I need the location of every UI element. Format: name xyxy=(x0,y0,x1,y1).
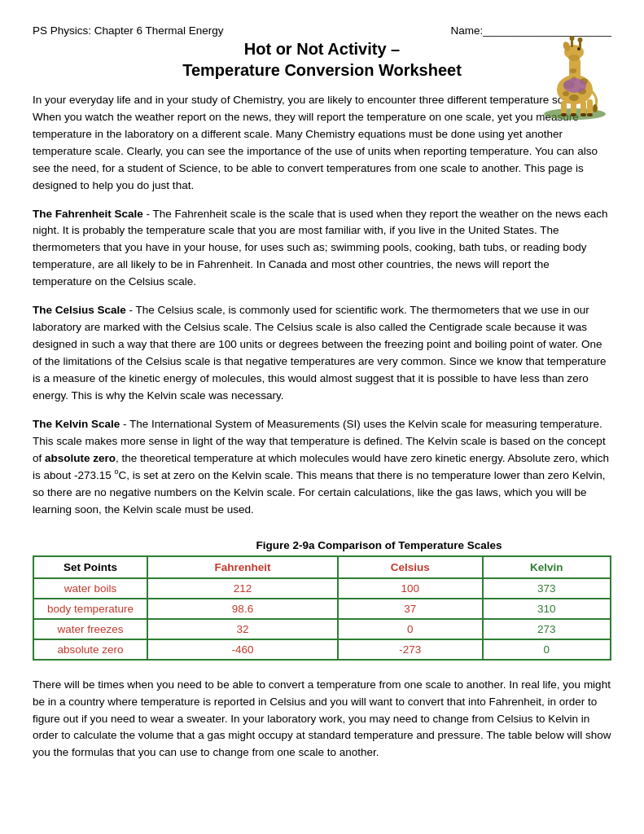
setpoint-label: water boils xyxy=(33,578,147,599)
title-block: Hot or Not Activity – Temperature Conver… xyxy=(33,38,611,81)
kelvin-value: 373 xyxy=(483,578,611,599)
celsius-section: The Celsius Scale - The Celsius scale, i… xyxy=(33,302,611,405)
temperature-comparison-table: Figure 2-9a Comparison of Temperature Sc… xyxy=(33,535,611,661)
table-title-cell: Figure 2-9a Comparison of Temperature Sc… xyxy=(147,535,611,556)
header-left: PS Physics: Chapter 6 Thermal Energy xyxy=(33,24,224,37)
col-header-celsius: Celsius xyxy=(338,556,483,578)
kelvin-value: 310 xyxy=(483,599,611,619)
svg-rect-23 xyxy=(571,113,576,116)
svg-point-14 xyxy=(563,91,569,96)
col-header-fahrenheit: Fahrenheit xyxy=(147,556,338,578)
svg-point-8 xyxy=(570,36,575,41)
svg-point-4 xyxy=(568,55,580,61)
svg-rect-25 xyxy=(587,113,593,116)
kelvin-bold-word: absolute zero xyxy=(45,452,116,464)
table-row: water boils212100373 xyxy=(33,578,611,599)
kelvin-section: The Kelvin Scale - The International Sys… xyxy=(33,416,611,519)
celsius-value: 0 xyxy=(338,619,483,639)
bottom-paragraph: There will be times when you need to be … xyxy=(33,677,611,762)
table-body: water boils212100373body temperature98.6… xyxy=(33,578,611,660)
fahrenheit-section: The Fahrenheit Scale - The Fahrenheit sc… xyxy=(33,206,611,292)
svg-point-26 xyxy=(593,104,598,112)
kelvin-value: 0 xyxy=(483,639,611,660)
svg-rect-24 xyxy=(580,113,586,116)
fahrenheit-value: 32 xyxy=(147,619,338,639)
table-row: body temperature98.637310 xyxy=(33,599,611,619)
col-header-setpoints: Set Points xyxy=(33,556,147,578)
setpoint-label: body temperature xyxy=(33,599,147,619)
setpoint-label: absolute zero xyxy=(33,639,147,660)
page-title: Hot or Not Activity – Temperature Conver… xyxy=(33,38,611,81)
intro-paragraph: In your everyday life and in your study … xyxy=(33,92,611,195)
table-title-row: Figure 2-9a Comparison of Temperature Sc… xyxy=(33,535,611,556)
fahrenheit-title: The Fahrenheit Scale xyxy=(33,208,143,220)
fahrenheit-value: 98.6 xyxy=(147,599,338,619)
kelvin-value: 273 xyxy=(483,619,611,639)
celsius-value: 37 xyxy=(338,599,483,619)
setpoint-label: water freezes xyxy=(33,619,147,639)
celsius-value: -273 xyxy=(338,639,483,660)
svg-point-10 xyxy=(578,37,583,42)
celsius-value: 100 xyxy=(338,578,483,599)
table-row: water freezes320273 xyxy=(33,619,611,639)
col-header-kelvin: Kelvin xyxy=(483,556,611,578)
fahrenheit-value: 212 xyxy=(147,578,338,599)
table-title-empty-cell xyxy=(33,535,147,556)
table-header-row: Set Points Fahrenheit Celsius Kelvin xyxy=(33,556,611,578)
fahrenheit-value: -460 xyxy=(147,639,338,660)
kelvin-text-end: C, is set at zero on the Kelvin scale. T… xyxy=(33,469,605,516)
table-row: absolute zero-460-2730 xyxy=(33,639,611,660)
svg-rect-22 xyxy=(561,113,567,116)
celsius-title: The Celsius Scale xyxy=(33,304,126,316)
svg-point-27 xyxy=(563,78,586,93)
giraffe-illustration xyxy=(538,26,611,122)
page-header: PS Physics: Chapter 6 Thermal Energy Nam… xyxy=(33,24,611,37)
svg-point-13 xyxy=(569,94,579,101)
celsius-text: - The Celsius scale, is commonly used fo… xyxy=(33,304,607,402)
kelvin-title: The Kelvin Scale xyxy=(33,418,120,430)
svg-point-16 xyxy=(570,68,576,73)
